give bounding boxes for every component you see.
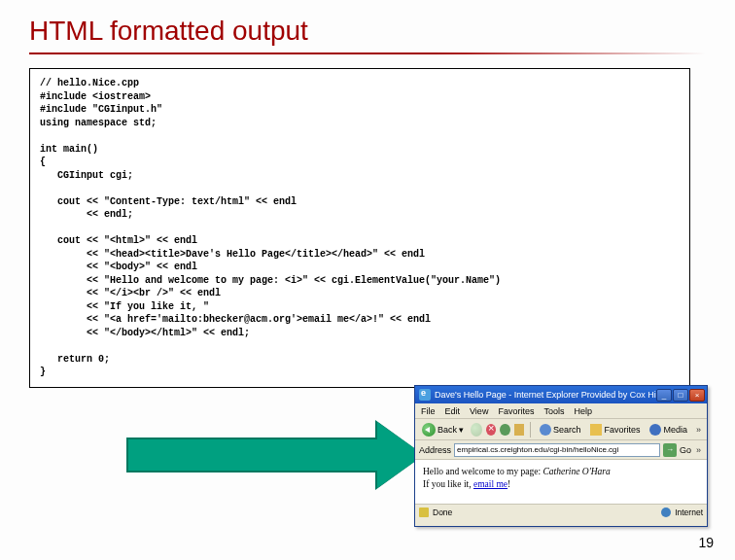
ie-icon — [419, 389, 431, 401]
code-listing: // hello.Nice.cpp #include <iostream> #i… — [29, 68, 690, 388]
code-line: #include "CGIinput.h" — [40, 104, 162, 115]
go-label: Go — [680, 445, 691, 455]
code-line: } — [40, 367, 46, 377]
refresh-button[interactable] — [500, 424, 509, 436]
favorites-label: Favorites — [604, 425, 640, 435]
media-button[interactable]: Media — [647, 423, 690, 437]
address-input[interactable] — [454, 443, 660, 457]
slide: HTML formatted output // hello.Nice.cpp … — [0, 0, 735, 560]
star-icon — [590, 424, 602, 436]
addrbar-overflow-icon[interactable]: » — [694, 445, 703, 455]
code-line: << "</i><br />" << endl — [40, 288, 221, 298]
back-button[interactable]: Back ▾ — [419, 422, 467, 438]
chevron-down-icon: ▾ — [459, 425, 464, 435]
menubar: File Edit View Favorites Tools Help — [415, 403, 707, 419]
favorites-button[interactable]: Favorites — [587, 423, 643, 437]
media-label: Media — [663, 425, 687, 435]
menu-view[interactable]: View — [470, 406, 488, 416]
content-line1-prefix: Hello and welcome to my page: — [423, 467, 542, 476]
menu-help[interactable]: Help — [574, 406, 592, 416]
status-done-text: Done — [433, 508, 452, 517]
arrow-shaft — [126, 438, 379, 472]
address-label: Address — [419, 445, 451, 455]
code-line: int main() — [40, 144, 98, 155]
toolbar-separator — [530, 422, 531, 438]
code-line: CGIinput cgi; — [40, 170, 133, 181]
search-button[interactable]: Search — [537, 423, 584, 437]
code-line: cout << "Content-Type: text/html" << end… — [40, 196, 297, 207]
title-underline — [29, 52, 706, 54]
back-label: Back — [438, 425, 457, 435]
content-line2-prefix: If you like it, — [423, 479, 473, 489]
internet-zone-icon — [661, 508, 671, 517]
menu-tools[interactable]: Tools — [543, 406, 564, 416]
slide-title: HTML formatted output — [29, 16, 706, 47]
forward-button[interactable] — [471, 423, 482, 437]
page-number: 19 — [698, 535, 714, 550]
minimize-button[interactable]: _ — [656, 389, 672, 402]
toolbar: Back ▾ Search Favorites Media » — [415, 419, 707, 440]
code-line: cout << "<html>" << endl — [40, 235, 197, 246]
code-line: { — [40, 157, 46, 167]
code-line: << "<head><title>Dave's Hello Page</titl… — [40, 249, 425, 260]
menu-file[interactable]: File — [421, 406, 436, 416]
code-line: << "<a href='mailto:bhecker@acm.org'>ema… — [40, 314, 431, 325]
code-line: #include <iostream> — [40, 91, 151, 102]
content-name-italic: Catherine O'Hara — [542, 467, 610, 476]
address-bar: Address → Go » — [415, 440, 707, 460]
status-zone-text: Internet — [675, 508, 703, 517]
code-line: using namespace std; — [40, 118, 157, 128]
code-line: // hello.Nice.cpp — [40, 78, 139, 88]
browser-title-text: Dave's Hello Page - Internet Explorer Pr… — [435, 390, 656, 400]
arrow-callout — [126, 426, 428, 484]
media-icon — [649, 424, 661, 436]
toolbar-overflow-icon[interactable]: » — [694, 425, 703, 435]
stop-button[interactable] — [486, 424, 496, 436]
done-icon — [419, 508, 429, 517]
code-line: << "Hello and welcome to my page: <i>" <… — [40, 275, 501, 286]
go-button[interactable]: → — [663, 443, 677, 457]
window-buttons: _ □ × — [656, 389, 705, 402]
content-line2-suffix: ! — [508, 479, 510, 489]
code-line: << endl; — [40, 209, 133, 220]
menu-edit[interactable]: Edit — [445, 406, 461, 416]
code-line: << "<body>" << endl — [40, 262, 197, 272]
back-arrow-icon — [422, 423, 436, 437]
maximize-button[interactable]: □ — [673, 389, 688, 402]
browser-titlebar[interactable]: Dave's Hello Page - Internet Explorer Pr… — [415, 386, 707, 403]
search-label: Search — [553, 425, 581, 435]
status-bar: Done Internet — [415, 505, 707, 520]
code-line: << "If you like it, " — [40, 301, 209, 312]
search-icon — [540, 424, 551, 436]
menu-favorites[interactable]: Favorites — [498, 406, 534, 416]
home-button[interactable] — [514, 424, 524, 436]
code-line: << "</body></html>" << endl; — [40, 328, 250, 338]
browser-content: Hello and welcome to my page: Catherine … — [415, 460, 707, 505]
close-button[interactable]: × — [689, 389, 705, 402]
code-line: return 0; — [40, 354, 110, 365]
browser-window: Dave's Hello Page - Internet Explorer Pr… — [414, 385, 708, 527]
email-link[interactable]: email me — [473, 479, 508, 489]
